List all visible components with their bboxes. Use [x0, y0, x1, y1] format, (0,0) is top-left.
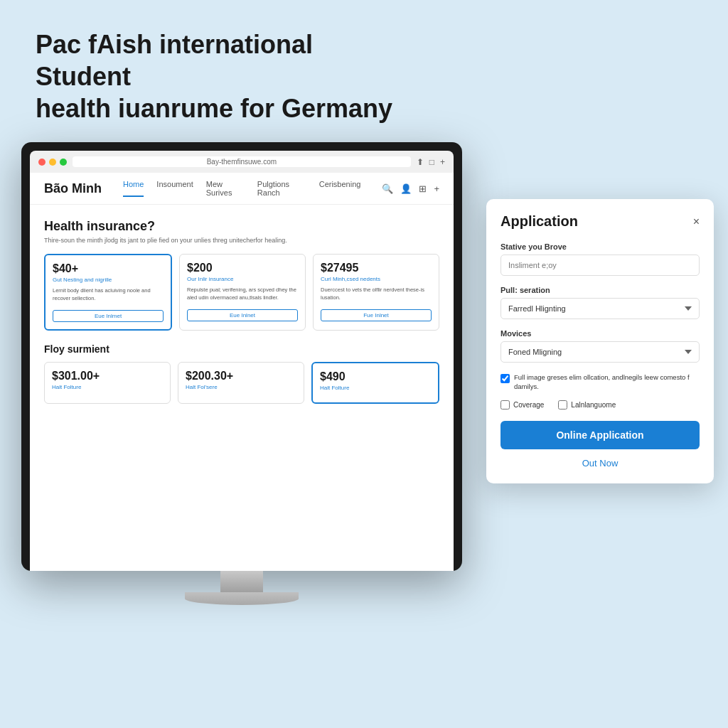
- plan-price-2: $200: [187, 262, 298, 274]
- plan-card2-1: $301.00+ Halt Folture: [44, 362, 171, 404]
- field1-input[interactable]: [500, 255, 700, 276]
- out-now-button[interactable]: Out Now: [500, 458, 700, 469]
- nav-home[interactable]: Home: [123, 180, 144, 197]
- minimize-dot[interactable]: [49, 159, 56, 166]
- modal-close-button[interactable]: ×: [693, 215, 700, 228]
- user-icon[interactable]: 👤: [400, 183, 412, 194]
- modal-header: Application ×: [500, 213, 700, 230]
- browser-icons: ⬆ □ +: [417, 157, 445, 167]
- checkbox2-item: Coverage: [500, 400, 544, 410]
- plan-card-3: $27495 Curl Minh,csed nedents Duerccest …: [313, 254, 439, 331]
- nav-cerisbening[interactable]: Cerisbening: [319, 180, 361, 197]
- plan-desc-2: Repulste pual; verifening, ars scpved dh…: [187, 287, 298, 301]
- site-nav: Bão Minh Home Insoument Mew Surives Pulg…: [30, 173, 454, 205]
- field3-select[interactable]: Foned Mligning: [500, 341, 700, 363]
- plan-card-1: $40+ Gut Nesting and nigrille Lernit bod…: [44, 254, 172, 331]
- checkbox3-label: Lalnlanguome: [571, 401, 616, 409]
- online-application-button[interactable]: Online Application: [500, 421, 700, 449]
- plan-price-3: $27495: [321, 262, 432, 274]
- plan-price-1: $40+: [53, 262, 164, 275]
- plan-subtitle-2: Our Inlir insurance: [187, 276, 298, 282]
- plan2-sub-2: Halt Fol'sere: [186, 384, 296, 390]
- plan-card2-3: $490 Halt Folture: [311, 362, 439, 404]
- page-title: Pac fAish international Student health i…: [36, 28, 405, 124]
- field1-group: Stative you Brove: [500, 242, 700, 276]
- modal-title: Application: [500, 213, 578, 230]
- monitor-screen: Bay-themfinsuwe.com ⬆ □ + Bão Minh Home …: [21, 142, 462, 571]
- checkbox1-label[interactable]: Full image greses elim ollcation, andlne…: [500, 373, 700, 392]
- traffic-lights: [38, 159, 67, 166]
- plans-row-2: $301.00+ Halt Folture $200.30+ Halt Fol'…: [44, 362, 439, 404]
- checkbox3-input[interactable]: [558, 400, 567, 410]
- field2-select[interactable]: Farredl Hlignting: [500, 298, 700, 319]
- maximize-dot[interactable]: [60, 159, 67, 166]
- checkbox2-input[interactable]: [500, 400, 510, 410]
- share-icon[interactable]: ⬆: [417, 157, 424, 167]
- bookmark-icon[interactable]: □: [429, 157, 434, 167]
- plan2-sub-3: Halt Folture: [320, 385, 431, 391]
- plan-subtitle-3: Curl Minh,csed nedents: [321, 276, 432, 282]
- add-tab-icon[interactable]: +: [440, 157, 445, 167]
- plan-btn-2[interactable]: Eue Inlnet: [187, 309, 298, 321]
- website-content: Bão Minh Home Insoument Mew Surives Pulg…: [30, 173, 454, 571]
- checkbox2-label: Coverage: [513, 401, 544, 409]
- plan2-price-1: $301.00+: [52, 370, 163, 382]
- plus-nav-icon[interactable]: +: [434, 183, 439, 194]
- plan2-price-2: $200.30+: [186, 370, 296, 382]
- close-dot[interactable]: [38, 159, 46, 166]
- checkbox1-input[interactable]: [500, 374, 510, 383]
- checkbox1-group: Full image greses elim ollcation, andlne…: [500, 373, 700, 392]
- plan-btn-3[interactable]: Fue Inlnet: [321, 309, 432, 321]
- nav-surives[interactable]: Mew Surives: [206, 180, 245, 197]
- plan-desc-1: Lernit body dlient has acluiving noole a…: [53, 287, 164, 302]
- page-title-area: Pac fAish international Student health i…: [0, 0, 728, 139]
- field2-group: Pull: seration Farredl Hlignting: [500, 286, 700, 319]
- section2-title: Floy surmient: [44, 343, 439, 355]
- plan-desc-3: Duerccest to vets the olflir nerdvent th…: [321, 287, 432, 301]
- field3-label: Movices: [500, 329, 700, 338]
- url-bar[interactable]: Bay-themfinsuwe.com: [73, 156, 411, 167]
- nav-icons: 🔍 👤 ⊞ +: [382, 183, 439, 194]
- nav-ranch[interactable]: Pulgtions Ranch: [257, 180, 306, 197]
- site-subtext: Thire-soun the minth jlodg its jant to p…: [44, 237, 439, 244]
- browser-chrome: Bay-themfinsuwe.com ⬆ □ +: [30, 151, 454, 173]
- grid-icon[interactable]: ⊞: [419, 183, 427, 194]
- plan2-sub-1: Halt Folture: [52, 384, 163, 390]
- stand-neck: [220, 571, 263, 592]
- field2-label: Pull: seration: [500, 286, 700, 294]
- monitor-stand: [21, 571, 462, 605]
- plan2-price-3: $490: [320, 370, 431, 383]
- application-modal: Application × Stative you Brove Pull: se…: [486, 199, 714, 483]
- plan-card-2: $200 Our Inlir insurance Repulste pual; …: [179, 254, 306, 331]
- nav-items: Home Insoument Mew Surives Pulgtions Ran…: [123, 180, 360, 197]
- monitor-wrapper: Bay-themfinsuwe.com ⬆ □ + Bão Minh Home …: [21, 142, 462, 605]
- checkboxes-row: Coverage Lalnlanguome: [500, 400, 700, 410]
- plan-btn-1[interactable]: Eue Inlmet: [53, 310, 164, 322]
- checkbox3-item: Lalnlanguome: [558, 400, 616, 410]
- stand-base: [185, 592, 299, 605]
- site-heading: Health insurance?: [44, 219, 439, 234]
- plan-card2-2: $200.30+ Halt Fol'sere: [178, 362, 304, 404]
- search-icon[interactable]: 🔍: [382, 183, 393, 194]
- site-logo: Bão Minh: [44, 181, 102, 196]
- plans-row-1: $40+ Gut Nesting and nigrille Lernit bod…: [44, 254, 439, 331]
- field1-label: Stative you Brove: [500, 242, 700, 251]
- field3-group: Movices Foned Mligning: [500, 329, 700, 363]
- nav-insoument[interactable]: Insoument: [156, 180, 193, 197]
- site-body: Health insurance? Thire-soun the minth j…: [30, 205, 454, 418]
- plan-subtitle-1: Gut Nesting and nigrille: [53, 277, 164, 283]
